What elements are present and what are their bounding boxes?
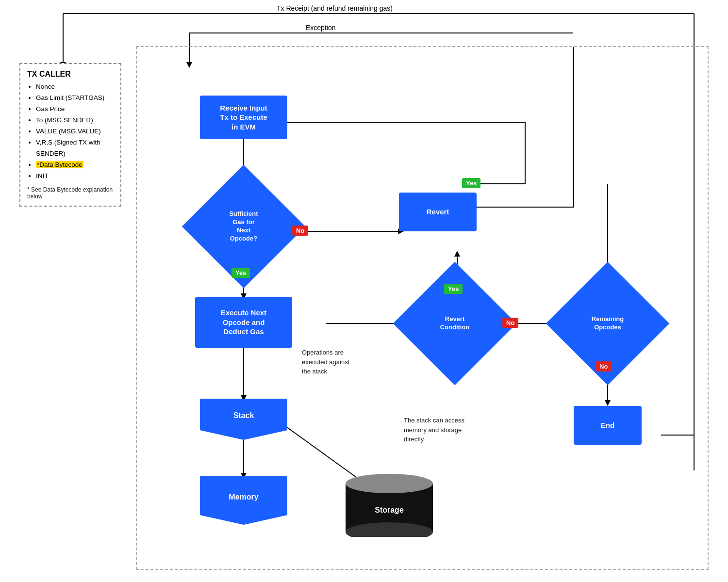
revert-box: Revert xyxy=(399,193,477,231)
list-item: Gas Price xyxy=(36,104,114,115)
tx-caller-list: Nonce Gas Limit (STARTGAS) Gas Price To … xyxy=(27,81,114,181)
stack-shape: Stack xyxy=(200,399,287,440)
list-item: Nonce xyxy=(36,81,114,93)
list-item: V,R,S (Signed TX with SENDER) xyxy=(36,137,114,160)
svg-text:Memory: Memory xyxy=(229,493,258,501)
flow-area: Receive Input Tx to Execute in EVM Suffi… xyxy=(136,46,709,570)
no-badge-remaining-opcodes: No xyxy=(596,361,612,372)
yes-badge-sufficient-gas: Yes xyxy=(462,178,480,188)
yes-badge-sufficient-gas-down: Yes xyxy=(232,268,250,278)
exception-label: Exception xyxy=(306,24,335,32)
storage-box: Storage xyxy=(346,474,433,537)
tx-receipt-label: Tx Receipt (and refund remaining gas) xyxy=(277,4,393,12)
memory-shape: Memory xyxy=(200,476,287,525)
ops-stack-annotation: Operations are executed against the stac… xyxy=(302,348,349,376)
storage-shape: Storage xyxy=(346,474,433,537)
svg-point-41 xyxy=(346,474,433,493)
svg-marker-20 xyxy=(454,251,460,257)
execute-next-box: Execute Next Opcode and Deduct Gas xyxy=(195,297,292,348)
list-item: To (MSG.SENDER) xyxy=(36,115,114,126)
list-item: Gas Limit (STARTGAS) xyxy=(36,93,114,104)
list-item: INIT xyxy=(36,171,114,182)
svg-text:Storage: Storage xyxy=(375,506,404,514)
end-box: End xyxy=(574,406,642,445)
list-item: VALUE (MSG.VALUE) xyxy=(36,126,114,137)
yes-badge-revert-condition: Yes xyxy=(444,284,463,294)
stack-memory-annotation: The stack can access memory and storage … xyxy=(404,416,464,444)
tx-caller-footnote: * See Data Bytecode explanation below xyxy=(27,186,114,200)
receive-input-box: Receive Input Tx to Execute in EVM xyxy=(200,96,287,139)
memory-box: Memory xyxy=(200,476,287,525)
svg-text:Stack: Stack xyxy=(233,411,254,420)
tx-caller-box: TX CALLER Nonce Gas Limit (STARTGAS) Gas… xyxy=(19,63,121,207)
remaining-opcodes-diamond: Remaining Opcodes xyxy=(554,275,661,372)
svg-marker-25 xyxy=(605,400,611,406)
tx-caller-heading: TX CALLER xyxy=(27,70,114,79)
sufficient-gas-diamond: Sufficient Gas for Next Opcode? xyxy=(181,178,307,275)
no-badge-revert-condition: No xyxy=(502,318,518,328)
no-badge-sufficient-gas: No xyxy=(292,226,308,236)
canvas: Tx Receipt (and refund remaining gas) Ex… xyxy=(0,0,728,582)
list-item-data-bytecode: *Data Bytecode xyxy=(36,160,114,171)
stack-box: Stack xyxy=(200,399,287,440)
